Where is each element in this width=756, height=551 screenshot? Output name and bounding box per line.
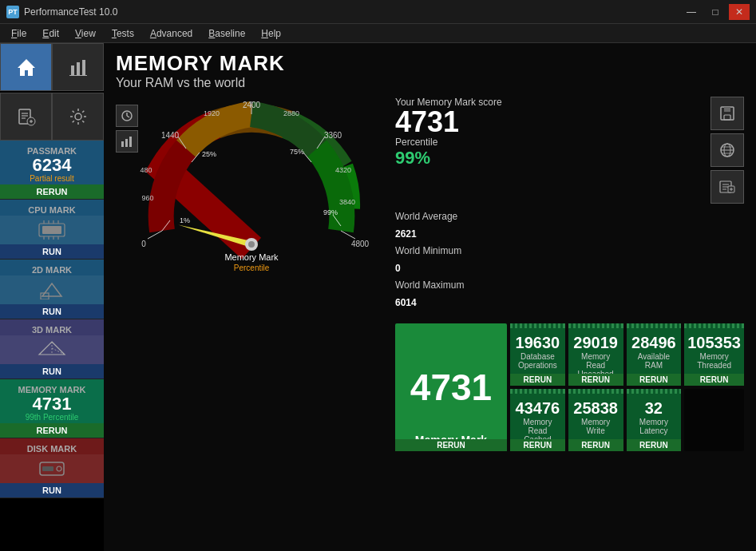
maximize-button[interactable]: □ — [705, 4, 726, 20]
world-average-row: World Average — [395, 208, 744, 226]
svg-text:1920: 1920 — [204, 109, 220, 117]
main-score-tile: 4731 Memory Mark RERUN — [395, 323, 507, 451]
mem-latency-value: 32 — [645, 400, 663, 416]
tile-icon-strip — [510, 323, 565, 328]
sidebar-top-icons-2 — [0, 93, 104, 141]
menu-view[interactable]: View — [67, 26, 104, 41]
menu-tests[interactable]: Tests — [104, 26, 142, 41]
tile-empty — [684, 389, 744, 451]
disk-run-btn[interactable]: RUN — [0, 483, 104, 497]
sidebar-item-cpu: CPU MARK RUN — [0, 200, 104, 260]
menu-help[interactable]: Help — [253, 26, 289, 41]
main-tile-rerun[interactable]: RERUN — [395, 439, 507, 451]
svg-text:Memory Mark: Memory Mark — [224, 252, 279, 262]
home-icon-btn[interactable] — [0, 43, 52, 91]
main-tile-value: 4731 — [410, 369, 492, 406]
gauge-chart-icon[interactable] — [116, 130, 138, 153]
twod-label: 2D MARK — [32, 263, 72, 276]
passmark-rerun-btn[interactable]: RERUN — [0, 184, 104, 199]
svg-rect-1 — [71, 65, 74, 75]
threed-label: 3D MARK — [32, 323, 72, 335]
passmark-sub: Partial result — [30, 174, 74, 184]
twod-run-btn[interactable]: RUN — [0, 304, 104, 319]
menu-baseline[interactable]: Baseline — [200, 26, 253, 41]
app-icon: PT — [6, 6, 19, 18]
world-minimum-row: World Minimum — [395, 243, 744, 260]
percentile-value: 99% — [395, 148, 703, 168]
mem-latency-rerun[interactable]: RERUN — [627, 439, 682, 451]
svg-text:4320: 4320 — [335, 166, 351, 174]
save-score-icon[interactable] — [710, 97, 744, 130]
svg-rect-3 — [82, 60, 85, 75]
world-average-val: 2621 — [395, 226, 744, 244]
svg-rect-35 — [125, 139, 128, 147]
tile-mem-latency: 32 Memory Latency RERUN — [627, 389, 682, 451]
mem-read-uncached-rerun[interactable]: RERUN — [568, 374, 623, 386]
passmark-value: 6234 — [33, 157, 72, 174]
score-icons — [710, 97, 744, 204]
svg-text:1%: 1% — [180, 216, 190, 224]
content-body: 0 1440 2400 3360 4800 960 480 4320 3840 … — [116, 97, 744, 543]
svg-line-33 — [127, 116, 129, 117]
svg-text:3840: 3840 — [339, 198, 355, 206]
svg-text:1440: 1440 — [161, 131, 180, 140]
svg-marker-23 — [42, 283, 61, 296]
threed-icon-area — [0, 335, 104, 364]
percentile-label: Percentile — [395, 137, 703, 148]
tile-icon-strip-5 — [510, 389, 565, 394]
sidebar-top-icons — [0, 43, 104, 91]
mem-write-rerun[interactable]: RERUN — [568, 439, 623, 451]
globe-icon[interactable] — [710, 133, 744, 167]
mem-threaded-rerun[interactable]: RERUN — [684, 374, 744, 386]
close-button[interactable]: ✕ — [729, 4, 750, 20]
svg-rect-2 — [77, 62, 80, 75]
chart-icon-btn[interactable] — [52, 43, 104, 91]
tile-icon-strip-6 — [568, 389, 623, 394]
menubar: File Edit View Tests Advanced Baseline H… — [0, 24, 756, 43]
world-maximum-label: World Maximum — [395, 279, 464, 291]
svg-text:2400: 2400 — [243, 101, 261, 109]
threed-run-btn[interactable]: RUN — [0, 364, 104, 379]
gauge-chart: 0 1440 2400 3360 4800 960 480 4320 3840 … — [132, 97, 371, 272]
settings-icon-btn[interactable] — [52, 93, 104, 141]
menu-advanced[interactable]: Advanced — [142, 26, 200, 41]
disk-label: DISK MARK — [27, 442, 77, 454]
cpu-label: CPU MARK — [28, 203, 75, 216]
page-title: MEMORY MARK — [116, 51, 744, 76]
sidebar-item-2d: 2D MARK RUN — [0, 260, 104, 319]
sidebar: PASSMARK 6234 Partial result RERUN CPU M… — [0, 43, 104, 551]
menu-edit[interactable]: Edit — [34, 26, 67, 41]
world-maximum-row: World Maximum — [395, 277, 744, 295]
svg-text:3360: 3360 — [324, 131, 342, 140]
score-text: Your Memory Mark score 4731 Percentile 9… — [395, 97, 703, 168]
minimize-button[interactable]: — — [681, 4, 702, 20]
svg-text:480: 480 — [140, 166, 152, 174]
svg-text:0: 0 — [141, 240, 146, 248]
memory-rerun-btn[interactable]: RERUN — [0, 423, 104, 438]
sidebar-item-memory: MEMORY MARK 4731 99th Percentile RERUN — [0, 379, 104, 438]
svg-rect-67 — [724, 107, 730, 112]
avail-ram-rerun[interactable]: RERUN — [627, 374, 682, 386]
mem-read-cached-rerun[interactable]: RERUN — [510, 439, 565, 451]
mem-read-cached-value: 43476 — [516, 400, 560, 416]
svg-text:25%: 25% — [202, 150, 216, 158]
svg-text:99%: 99% — [323, 208, 338, 216]
tile-icon-strip-3 — [627, 323, 682, 328]
svg-point-29 — [57, 466, 61, 471]
world-stats: World Average 2621 World Minimum 0 World… — [395, 208, 744, 312]
menu-file[interactable]: File — [3, 26, 34, 41]
sidebar-item-passmark: PASSMARK 6234 Partial result RERUN — [0, 141, 104, 200]
cpu-run-btn[interactable]: RUN — [0, 244, 104, 259]
main-layout: PASSMARK 6234 Partial result RERUN CPU M… — [0, 43, 756, 551]
tiles-section: 4731 Memory Mark RERUN 19630 DatabaseOpe… — [395, 323, 744, 451]
gauge-clock-icon[interactable] — [116, 105, 138, 127]
export-icon-btn[interactable] — [0, 93, 52, 141]
baseline-icon[interactable] — [710, 170, 744, 204]
mem-write-value: 25838 — [573, 400, 618, 416]
svg-text:Percentile: Percentile — [234, 264, 270, 272]
memory-sub: 99th Percentile — [26, 413, 79, 423]
titlebar: PT PerformanceTest 10.0 — □ ✕ — [0, 0, 756, 24]
db-ops-rerun[interactable]: RERUN — [510, 374, 565, 386]
svg-point-12 — [75, 113, 81, 120]
world-average-label: World Average — [395, 211, 457, 222]
